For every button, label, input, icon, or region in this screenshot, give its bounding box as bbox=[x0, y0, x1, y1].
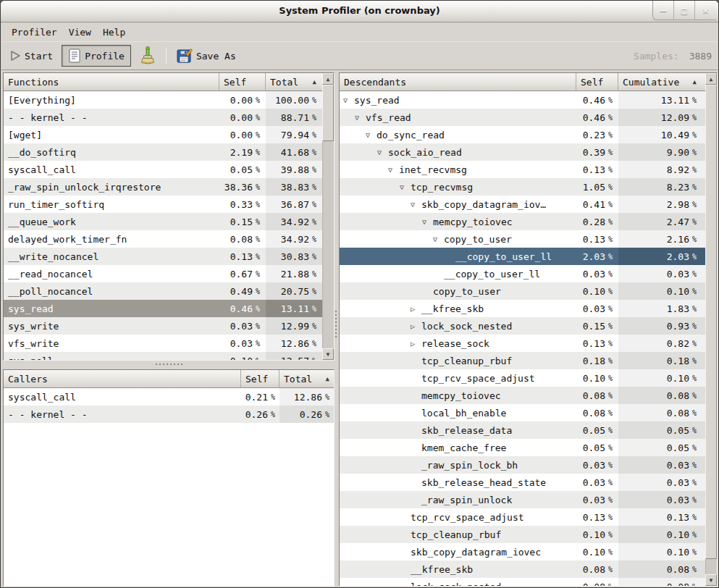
total-column-header[interactable]: Total ▲ bbox=[266, 73, 322, 91]
self-percent-cell: 38.36% bbox=[219, 178, 266, 196]
table-row[interactable]: sys_read0.46%13.11% bbox=[4, 300, 322, 317]
scroll-down-icon[interactable]: ▼ bbox=[322, 348, 334, 360]
function-name-cell: _raw_spin_unlock_irqrestore bbox=[4, 178, 219, 196]
table-row[interactable]: delayed_work_timer_fn0.08%34.92% bbox=[4, 230, 322, 248]
table-row[interactable]: vfs_write0.03%12.86% bbox=[4, 335, 322, 352]
reset-button[interactable] bbox=[135, 43, 160, 68]
tree-row[interactable]: tcp_rcv_space_adjust0.13%0.13% bbox=[340, 508, 705, 526]
expander-open-icon[interactable]: ▽ bbox=[353, 114, 361, 122]
vertical-splitter-handle[interactable] bbox=[335, 311, 338, 338]
tree-row[interactable]: tcp_cleanup_rbuf0.10%0.10% bbox=[340, 526, 705, 543]
callers-column-header[interactable]: Callers bbox=[4, 370, 241, 388]
total-column-header[interactable]: Total ▲ bbox=[279, 370, 334, 388]
self-percent-cell: 0.10% bbox=[576, 369, 618, 387]
table-row[interactable]: [Everything]0.00%100.00% bbox=[4, 91, 322, 109]
menu-view[interactable]: View bbox=[63, 25, 97, 40]
tree-row[interactable]: __kfree_skb0.08%0.08% bbox=[340, 560, 705, 578]
table-row[interactable]: sys_write0.03%12.99% bbox=[4, 317, 322, 335]
function-name-cell: ▽sys_read bbox=[340, 91, 576, 109]
save-as-button[interactable]: Save As bbox=[172, 45, 240, 67]
tree-row[interactable]: skb_release_data0.05%0.05% bbox=[340, 421, 705, 439]
tree-row[interactable]: ▽sys_read0.46%13.11% bbox=[340, 91, 705, 109]
table-row[interactable]: _raw_spin_unlock_irqrestore38.36%38.83% bbox=[4, 178, 322, 196]
cumulative-percent-cell: 0.10% bbox=[618, 282, 705, 300]
expander-closed-icon[interactable]: ▷ bbox=[408, 340, 417, 348]
scroll-up-icon[interactable]: ▲ bbox=[705, 73, 717, 85]
menu-help[interactable]: Help bbox=[97, 25, 131, 40]
tree-row[interactable]: ▽vfs_read0.46%12.09% bbox=[340, 109, 705, 126]
expander-open-icon[interactable]: ▽ bbox=[431, 235, 440, 243]
table-row[interactable]: __queue_work0.15%34.92% bbox=[4, 213, 322, 230]
tree-row[interactable]: local_bh_enable0.08%0.08% bbox=[340, 404, 705, 421]
descendants-column-header[interactable]: Descendants bbox=[340, 73, 576, 91]
table-row[interactable]: - - kernel - -0.00%88.71% bbox=[4, 109, 322, 126]
tree-row[interactable]: __copy_to_user_ll2.03%2.03% bbox=[340, 248, 705, 265]
table-row[interactable]: [wget]0.00%79.94% bbox=[4, 126, 322, 143]
self-percent-cell: 0.08% bbox=[576, 404, 618, 421]
expander-open-icon[interactable]: ▽ bbox=[386, 166, 395, 174]
table-row[interactable]: __read_nocancel0.67%21.88% bbox=[4, 265, 322, 282]
maximize-button[interactable]: □ bbox=[674, 1, 695, 20]
tree-row[interactable]: ▷lock_sock_nested0.15%0.93% bbox=[340, 317, 705, 335]
tree-row[interactable]: memcpy_toiovec0.08%0.08% bbox=[340, 387, 705, 404]
functions-scrollbar[interactable]: ▲ ▼ bbox=[322, 73, 334, 360]
table-row[interactable]: syscall_call0.21%12.86% bbox=[4, 388, 334, 406]
self-column-header[interactable]: Self bbox=[241, 370, 279, 388]
tree-row[interactable]: ▽sock_aio_read0.39%9.90% bbox=[340, 143, 705, 161]
expander-open-icon[interactable]: ▽ bbox=[408, 201, 417, 209]
tree-row[interactable]: skb_copy_datagram_iovec0.10%0.10% bbox=[340, 543, 705, 560]
descendants-scrollbar[interactable]: ▲ ▼ bbox=[705, 73, 717, 586]
tree-row[interactable]: ▽inet_recvmsg0.13%8.92% bbox=[340, 161, 705, 178]
cumulative-column-header[interactable]: Cumulative ▲ bbox=[618, 73, 705, 91]
menu-profiler[interactable]: Profiler bbox=[6, 25, 63, 40]
horizontal-splitter-handle[interactable] bbox=[156, 363, 183, 366]
start-button[interactable]: Start bbox=[6, 47, 57, 64]
scroll-up-icon[interactable]: ▲ bbox=[322, 73, 334, 85]
scrollbar-thumb[interactable] bbox=[322, 85, 334, 141]
functions-column-header[interactable]: Functions bbox=[4, 73, 219, 91]
tree-row[interactable]: ▷__kfree_skb0.03%1.83% bbox=[340, 300, 705, 317]
table-row[interactable]: syscall_call0.05%39.88% bbox=[4, 161, 322, 178]
minimize-button[interactable]: – bbox=[653, 1, 674, 20]
scrollbar-thumb[interactable] bbox=[705, 85, 717, 559]
tree-row[interactable]: _raw_spin_lock_bh0.03%0.03% bbox=[340, 456, 705, 474]
tree-row[interactable]: lock_sock_nested0.08%0.08% bbox=[340, 578, 705, 586]
title-bar[interactable]: System Profiler (on crownbay) – □ × bbox=[1, 1, 718, 22]
tree-row[interactable]: kmem_cache_free0.05%0.05% bbox=[340, 439, 705, 456]
expander-open-icon[interactable]: ▽ bbox=[398, 183, 406, 191]
self-column-header[interactable]: Self bbox=[219, 73, 266, 91]
function-name-cell: __copy_to_user_ll bbox=[340, 248, 576, 265]
tree-row[interactable]: ▽do_sync_read0.23%10.49% bbox=[340, 126, 705, 143]
table-row[interactable]: - - kernel - -0.26%0.26% bbox=[4, 406, 334, 423]
tree-row[interactable]: ▽memcpy_toiovec0.28%2.47% bbox=[340, 213, 705, 230]
scroll-down-icon[interactable]: ▼ bbox=[705, 574, 717, 586]
tree-row[interactable]: ▷release_sock0.13%0.82% bbox=[340, 335, 705, 352]
tree-row[interactable]: ▽skb_copy_datagram_iov…0.41%2.98% bbox=[340, 196, 705, 213]
profile-toggle-button[interactable]: Profile bbox=[62, 45, 131, 67]
tree-row[interactable]: tcp_rcv_space_adjust0.10%0.10% bbox=[340, 369, 705, 387]
table-row[interactable]: run_timer_softirq0.33%36.87% bbox=[4, 196, 322, 213]
expander-closed-icon[interactable]: ▷ bbox=[408, 322, 417, 330]
tree-row[interactable]: _raw_spin_unlock0.03%0.03% bbox=[340, 491, 705, 508]
table-row[interactable]: sys_poll0.10%12.57% bbox=[4, 352, 322, 360]
tree-row[interactable]: ▽copy_to_user0.13%2.16% bbox=[340, 230, 705, 248]
table-row[interactable]: __do_softirq2.19%41.68% bbox=[4, 143, 322, 161]
brush-icon bbox=[140, 46, 156, 65]
tree-row[interactable]: ▽tcp_recvmsg1.05%8.23% bbox=[340, 178, 705, 196]
expander-open-icon[interactable]: ▽ bbox=[341, 96, 350, 104]
tree-row[interactable]: skb_release_head_state0.03%0.03% bbox=[340, 474, 705, 491]
tree-row[interactable]: tcp_cleanup_rbuf0.18%0.18% bbox=[340, 352, 705, 369]
expander-open-icon[interactable]: ▽ bbox=[375, 148, 384, 156]
expander-closed-icon[interactable]: ▷ bbox=[408, 305, 417, 313]
table-row[interactable]: __write_nocancel0.13%30.83% bbox=[4, 248, 322, 265]
expander-open-icon[interactable]: ▽ bbox=[420, 218, 429, 226]
table-row[interactable]: __poll_nocancel0.49%20.75% bbox=[4, 282, 322, 300]
total-percent-cell: 38.83% bbox=[266, 178, 322, 196]
self-column-header[interactable]: Self bbox=[576, 73, 618, 91]
expander-open-icon[interactable]: ▽ bbox=[363, 131, 372, 139]
close-button[interactable]: × bbox=[695, 1, 716, 20]
function-name-cell: - - kernel - - bbox=[4, 406, 241, 423]
tree-row[interactable]: copy_to_user0.10%0.10% bbox=[340, 282, 705, 300]
tree-row[interactable]: __copy_to_user_ll0.03%0.03% bbox=[340, 265, 705, 282]
total-percent-cell: 34.92% bbox=[266, 213, 322, 230]
